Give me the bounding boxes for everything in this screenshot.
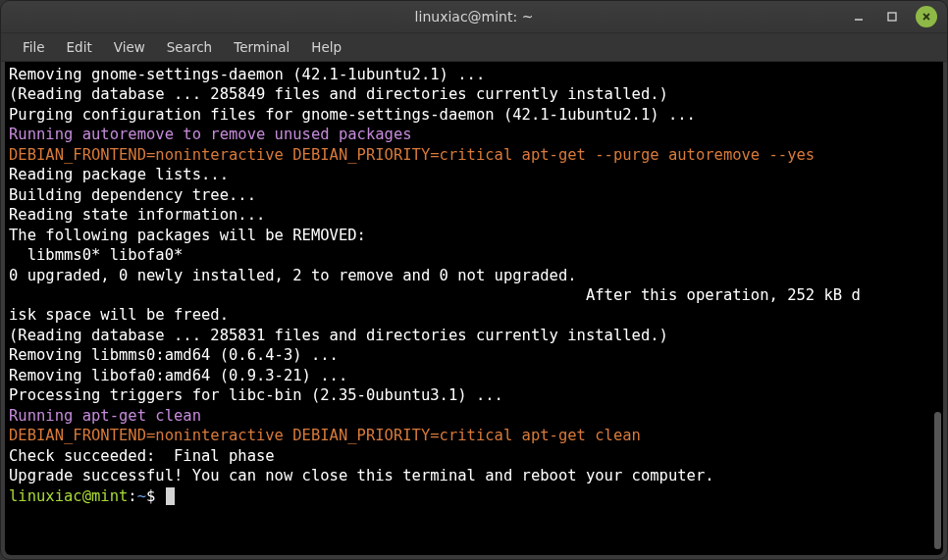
terminal-window: linuxiac@mint: ~ File Edit View Search T… [0,0,948,560]
terminal-line: Reading package lists... [9,165,939,184]
terminal-line: Check succeeded: Final phase [9,446,939,466]
scrollbar-thumb[interactable] [934,412,941,549]
terminal-line: Running apt-get clean [9,406,939,426]
titlebar[interactable]: linuxiac@mint: ~ [1,1,947,33]
prompt-user-host: linuxiac@mint [9,487,128,505]
terminal-line: Removing libofa0:amd64 (0.9.3-21) ... [9,366,939,385]
terminal-content: Removing gnome-settings-daemon (42.1-1ub… [9,65,939,506]
terminal-line: Upgrade successful! You can now close th… [9,466,939,485]
terminal-line: DEBIAN_FRONTEND=noninteractive DEBIAN_PR… [9,426,939,445]
cursor [166,487,175,505]
menu-file[interactable]: File [13,35,55,59]
terminal-body[interactable]: Removing gnome-settings-daemon (42.1-1ub… [5,62,943,555]
terminal-line: After this operation, 252 kB d [9,285,939,305]
window-title: linuxiac@mint: ~ [1,9,947,25]
terminal-line: 0 upgraded, 0 newly installed, 2 to remo… [9,266,939,285]
terminal-line: The following packages will be REMOVED: [9,226,939,245]
prompt-dollar: $ [146,487,165,505]
prompt-sep: : [128,487,136,505]
menu-view[interactable]: View [104,35,155,59]
terminal-line: Removing gnome-settings-daemon (42.1-1ub… [9,65,939,84]
svg-rect-1 [888,13,896,21]
prompt-line[interactable]: linuxiac@mint:~$ [9,486,939,506]
terminal-line: Purging configuration files for gnome-se… [9,105,939,125]
maximize-button[interactable] [882,7,902,26]
terminal-line: Building dependency tree... [9,185,939,205]
terminal-line: isk space will be freed. [9,305,939,325]
terminal-line: Running autoremove to remove unused pack… [9,125,939,144]
scrollbar[interactable] [933,62,942,555]
window-controls [849,6,937,27]
terminal-line: Reading state information... [9,205,939,225]
menubar: File Edit View Search Terminal Help [1,33,947,62]
terminal-line: (Reading database ... 285849 files and d… [9,84,939,104]
close-button[interactable] [916,6,937,27]
prompt-path: ~ [137,487,146,505]
minimize-button[interactable] [849,7,869,26]
menu-search[interactable]: Search [157,35,222,59]
terminal-line: Removing libmms0:amd64 (0.6.4-3) ... [9,345,939,365]
terminal-line: DEBIAN_FRONTEND=noninteractive DEBIAN_PR… [9,145,939,165]
menu-edit[interactable]: Edit [57,35,102,59]
terminal-line: libmms0* libofa0* [9,245,939,265]
terminal-line: (Reading database ... 285831 files and d… [9,326,939,345]
menu-terminal[interactable]: Terminal [224,35,299,59]
menu-help[interactable]: Help [301,35,351,59]
terminal-line: Processing triggers for libc-bin (2.35-0… [9,385,939,405]
